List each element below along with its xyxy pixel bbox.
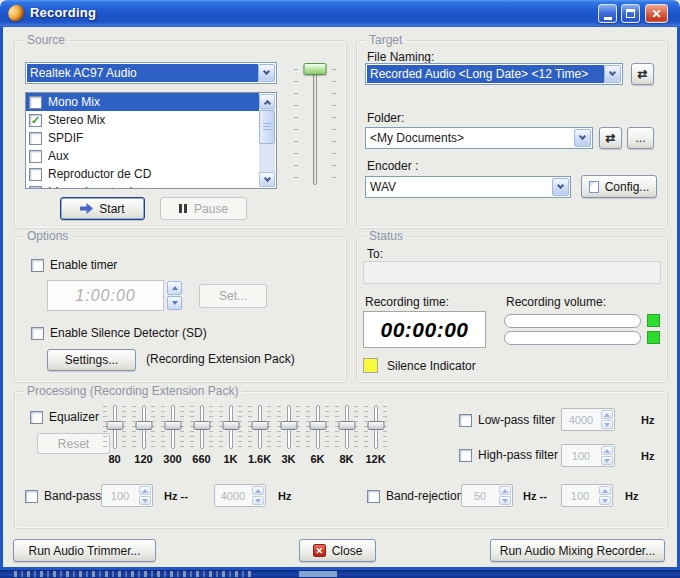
chevron-down-icon[interactable] bbox=[552, 178, 569, 196]
low-pass-filter-checkbox[interactable] bbox=[459, 414, 472, 427]
file-naming-refresh-button[interactable]: ⇄ bbox=[631, 63, 654, 85]
checkbox[interactable] bbox=[29, 150, 42, 163]
scroll-down-button[interactable] bbox=[259, 172, 275, 187]
list-item-3[interactable]: Aux bbox=[26, 147, 259, 165]
minimize-button[interactable] bbox=[598, 4, 617, 23]
eq-slider-120[interactable]: 120 bbox=[129, 404, 158, 468]
options-group-label: Options bbox=[23, 229, 72, 243]
list-item-1[interactable]: ✓Stereo Mix bbox=[26, 111, 259, 129]
slider-thumb[interactable] bbox=[280, 421, 297, 430]
eq-slider-8k[interactable]: 8K bbox=[332, 404, 361, 468]
list-item-4[interactable]: Reproductor de CD bbox=[26, 165, 259, 183]
slider-thumb[interactable] bbox=[222, 421, 239, 430]
band-rejection-to-field[interactable]: 100 bbox=[561, 484, 613, 507]
band-rejection-from-field[interactable]: 50 bbox=[461, 484, 513, 507]
list-item-0[interactable]: Mono Mix bbox=[26, 93, 259, 111]
maximize-button[interactable] bbox=[621, 4, 640, 23]
spinner-buttons[interactable] bbox=[498, 485, 512, 506]
high-pass-value-field[interactable]: 100 bbox=[561, 444, 615, 467]
low-pass-value-field[interactable]: 4000 bbox=[561, 408, 615, 431]
eq-slider-300[interactable]: 300 bbox=[158, 404, 187, 468]
options-group: Options Enable timer 1:00:00 Set... Enab… bbox=[14, 236, 347, 383]
band-pass-from-field[interactable]: 100 bbox=[101, 484, 153, 507]
eq-slider-12k[interactable]: 12K bbox=[361, 404, 390, 468]
enable-silence-detector-checkbox[interactable] bbox=[31, 327, 44, 340]
pause-button[interactable]: Pause bbox=[160, 197, 247, 220]
slider-thumb[interactable] bbox=[193, 421, 210, 430]
folder-select[interactable]: <My Documents> bbox=[365, 127, 593, 149]
eq-slider-1.6k[interactable]: 1.6K bbox=[245, 404, 274, 468]
checkbox[interactable] bbox=[29, 168, 42, 181]
start-icon bbox=[80, 203, 93, 214]
refresh-icon: ⇄ bbox=[637, 67, 647, 81]
encoder-select[interactable]: WAV bbox=[365, 176, 571, 198]
volume-slider-thumb[interactable] bbox=[304, 63, 327, 75]
band-pass-unit-label: Hz bbox=[278, 490, 291, 502]
high-pass-filter-checkbox[interactable] bbox=[459, 449, 472, 462]
volume-meter-left bbox=[504, 314, 641, 328]
slider-thumb[interactable] bbox=[367, 421, 384, 430]
folder-browse-button[interactable]: ... bbox=[627, 127, 654, 149]
set-button-label: Set... bbox=[219, 289, 247, 303]
chevron-down-icon[interactable] bbox=[258, 64, 275, 82]
file-naming-select[interactable]: Recorded Audio <Long Date> <12 Time> bbox=[365, 63, 623, 85]
scroll-up-button[interactable] bbox=[259, 94, 275, 109]
band-rejection-checkbox[interactable] bbox=[367, 490, 380, 503]
equalizer-checkbox[interactable] bbox=[30, 411, 43, 424]
slider-thumb[interactable] bbox=[251, 421, 268, 430]
list-item-5[interactable]: Línea de entrada bbox=[26, 183, 259, 189]
spin-down-icon bbox=[502, 499, 508, 503]
eq-slider-6k[interactable]: 6K bbox=[303, 404, 332, 468]
spinner-buttons[interactable] bbox=[138, 485, 152, 506]
enable-timer-checkbox[interactable] bbox=[31, 259, 44, 272]
start-button[interactable]: Start bbox=[60, 197, 145, 220]
source-device-select[interactable]: Realtek AC97 Audio bbox=[25, 62, 277, 84]
chevron-down-icon[interactable] bbox=[574, 129, 591, 147]
timer-value-field[interactable]: 1:00:00 bbox=[47, 280, 164, 311]
title-bar[interactable]: Recording ✕ bbox=[0, 0, 680, 27]
checkbox[interactable] bbox=[29, 186, 42, 190]
eq-slider-660[interactable]: 660 bbox=[187, 404, 216, 468]
spin-up-icon bbox=[172, 286, 178, 290]
eq-slider-3k[interactable]: 3K bbox=[274, 404, 303, 468]
spinner-buttons[interactable] bbox=[600, 409, 614, 430]
band-pass-checkbox[interactable] bbox=[25, 490, 38, 503]
eq-slider-1k[interactable]: 1K bbox=[216, 404, 245, 468]
config-button[interactable]: Config... bbox=[581, 175, 657, 198]
close-button[interactable]: ✕ bbox=[645, 4, 668, 23]
checkbox[interactable]: ✓ bbox=[29, 114, 42, 127]
close-dialog-button[interactable]: ✕ Close bbox=[299, 539, 376, 562]
chevron-down-icon[interactable] bbox=[604, 65, 621, 83]
spinner-buttons[interactable] bbox=[600, 445, 614, 466]
band-pass-to-field[interactable]: 4000 bbox=[214, 484, 266, 507]
eq-slider-80[interactable]: 80 bbox=[100, 404, 129, 468]
file-naming-label: File Naming: bbox=[367, 50, 434, 64]
run-audio-trimmer-button[interactable]: Run Audio Trimmer... bbox=[13, 539, 156, 562]
spin-down-icon bbox=[142, 499, 148, 503]
checkbox[interactable] bbox=[29, 96, 42, 109]
source-list-scrollbar[interactable] bbox=[259, 94, 275, 187]
slider-thumb[interactable] bbox=[106, 421, 123, 430]
set-button[interactable]: Set... bbox=[199, 284, 267, 308]
slider-thumb[interactable] bbox=[309, 421, 326, 430]
slider-thumb[interactable] bbox=[164, 421, 181, 430]
spinner-buttons[interactable] bbox=[598, 485, 612, 506]
spin-down-button[interactable] bbox=[167, 296, 182, 310]
spinner-buttons[interactable] bbox=[251, 485, 265, 506]
checkbox[interactable] bbox=[29, 132, 42, 145]
volume-indicator-left bbox=[647, 314, 660, 327]
spin-up-button[interactable] bbox=[167, 281, 182, 295]
run-audio-mixing-recorder-button[interactable]: Run Audio Mixing Recorder... bbox=[490, 539, 665, 562]
scroll-thumb[interactable] bbox=[259, 110, 275, 144]
settings-button[interactable]: Settings... bbox=[47, 349, 136, 371]
slider-thumb[interactable] bbox=[338, 421, 355, 430]
scroll-track[interactable] bbox=[259, 145, 275, 172]
refresh-icon: ⇄ bbox=[605, 131, 615, 145]
source-volume-slider[interactable] bbox=[287, 61, 343, 189]
pause-button-label: Pause bbox=[194, 202, 228, 216]
folder-refresh-button[interactable]: ⇄ bbox=[599, 127, 622, 149]
list-item-2[interactable]: SPDIF bbox=[26, 129, 259, 147]
slider-thumb[interactable] bbox=[135, 421, 152, 430]
timer-spinner[interactable] bbox=[167, 281, 182, 310]
taskbar-artifact-light bbox=[299, 571, 337, 577]
